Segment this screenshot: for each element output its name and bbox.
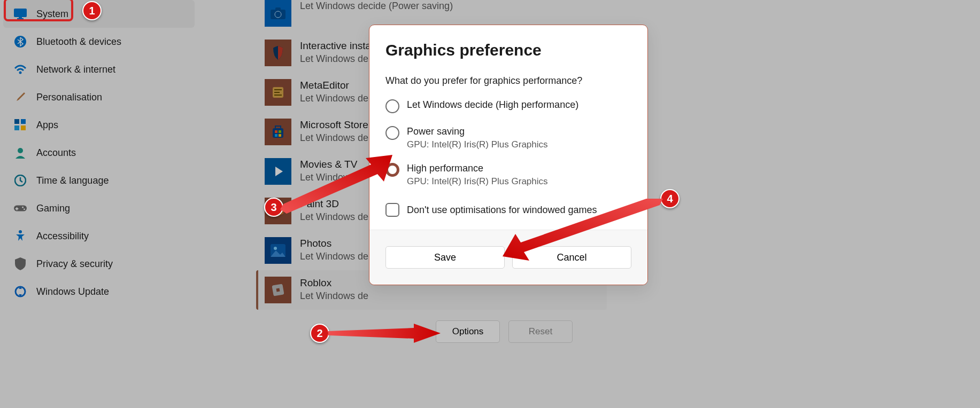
sidebar-item-label: Bluetooth & devices [36,36,121,48]
radio-option-power-saving[interactable]: Power saving GPU: Intel(R) Iris(R) Plus … [385,126,631,150]
svg-rect-24 [279,130,281,133]
bluetooth-icon [14,35,27,48]
wifi-icon [14,63,27,76]
svg-point-13 [24,208,25,210]
save-button[interactable]: Save [385,246,505,269]
radio-label: Power saving [407,126,548,137]
app-icon-shield [265,40,291,66]
svg-rect-20 [275,7,281,11]
sidebar-item-label: Windows Update [36,286,109,297]
checkbox-icon[interactable] [385,203,399,217]
svg-rect-25 [275,134,277,137]
sidebar-item-label: Personalisation [36,92,102,103]
svg-point-31 [274,247,277,250]
app-icon-camera [265,0,291,27]
app-name: Paint 3D [300,198,368,211]
sidebar-item-label: Time & language [36,175,109,186]
svg-point-9 [18,148,23,153]
sidebar-item-privacy[interactable]: Privacy & security [3,250,195,278]
sidebar-item-label: Apps [36,120,58,131]
svg-point-12 [22,207,24,208]
app-sub: Let Windows de [300,211,368,223]
app-name: MetaEditor [300,79,368,92]
radio-label: Let Windows decide (High performance) [407,99,578,111]
clock-icon [14,174,27,187]
sidebar-item-label: System [36,9,68,20]
app-icon-cube [265,198,291,224]
app-name: Roblox [300,277,368,290]
app-sub: Let Windows decide (Power saving) [300,0,453,12]
radio-icon[interactable] [385,163,399,177]
app-sub: Let Windows de [300,92,368,105]
options-button[interactable]: Options [436,320,500,343]
radio-icon[interactable] [385,126,399,140]
svg-rect-15 [16,208,19,209]
dialog-title: Graphics preference [385,41,631,59]
reset-button[interactable]: Reset [508,320,573,343]
app-icon-store [265,119,291,145]
app-icon-editor [265,79,291,106]
svg-rect-22 [273,128,283,138]
app-sub: Let Windows de [300,132,368,144]
settings-sidebar: System Bluetooth & devices Network & int… [0,0,198,305]
app-icon-block [265,277,291,303]
person-icon [14,146,27,159]
svg-rect-7 [14,125,19,130]
svg-rect-1 [19,17,22,18]
svg-rect-23 [275,130,277,133]
svg-point-16 [19,230,22,233]
svg-rect-34 [276,288,280,292]
svg-rect-2 [17,18,24,19]
sidebar-item-label: Network & internet [36,64,115,75]
sidebar-item-accessibility[interactable]: Accessibility [3,222,195,250]
sidebar-item-label: Privacy & security [36,258,113,270]
display-icon [14,7,27,20]
annotation-marker-4: 4 [660,189,680,208]
brush-icon [14,91,27,104]
dialog-prompt: What do you prefer for graphics performa… [385,75,631,87]
app-sub: Let Windows de [300,290,368,302]
app-sub: Let Windows [300,171,357,184]
app-icon-photo [265,237,291,264]
apps-icon [14,119,27,131]
sidebar-item-apps[interactable]: Apps [3,111,195,139]
svg-rect-5 [14,119,19,124]
radio-sublabel: GPU: Intel(R) Iris(R) Plus Graphics [407,176,548,187]
radio-sublabel: GPU: Intel(R) Iris(R) Plus Graphics [407,139,548,150]
sidebar-item-update[interactable]: Windows Update [3,278,195,305]
sidebar-item-system[interactable]: System [3,0,195,28]
dialog-footer: Save Cancel [369,230,647,285]
sidebar-item-accounts[interactable]: Accounts [3,139,195,167]
cancel-button[interactable]: Cancel [512,246,631,269]
sidebar-item-network[interactable]: Network & internet [3,56,195,83]
shield-icon [14,257,27,270]
app-name: Movies & TV [300,158,357,171]
sidebar-item-time[interactable]: Time & language [3,167,195,194]
checkbox-optimisations[interactable]: Don't use optimisations for windowed gam… [385,203,631,217]
checkbox-label: Don't use optimisations for windowed gam… [407,205,597,216]
sidebar-item-bluetooth[interactable]: Bluetooth & devices [3,28,195,56]
svg-rect-26 [279,134,281,137]
svg-marker-27 [275,167,283,176]
update-icon [14,285,27,298]
app-sub: Let Windows de [300,250,368,263]
svg-rect-0 [14,9,27,17]
graphics-preference-dialog: Graphics preference What do you prefer f… [369,25,648,285]
sidebar-item-label: Accounts [36,147,76,159]
radio-icon[interactable] [385,99,399,113]
app-name: Photos [300,237,368,250]
app-name: Microsoft Store [300,119,368,132]
gamepad-icon [14,202,27,215]
app-sub: Let Windows de [300,53,371,65]
radio-option-high-performance[interactable]: High performance GPU: Intel(R) Iris(R) P… [385,163,631,187]
svg-point-4 [19,72,22,74]
app-name: Interactive insta [300,40,371,53]
radio-label: High performance [407,163,548,174]
accessibility-icon [14,230,27,242]
radio-option-let-windows-decide[interactable]: Let Windows decide (High performance) [385,99,631,113]
sidebar-item-personalisation[interactable]: Personalisation [3,83,195,111]
app-icon-play [265,158,291,185]
sidebar-item-label: Gaming [36,203,70,214]
svg-rect-8 [21,125,26,130]
sidebar-item-gaming[interactable]: Gaming [3,194,195,222]
